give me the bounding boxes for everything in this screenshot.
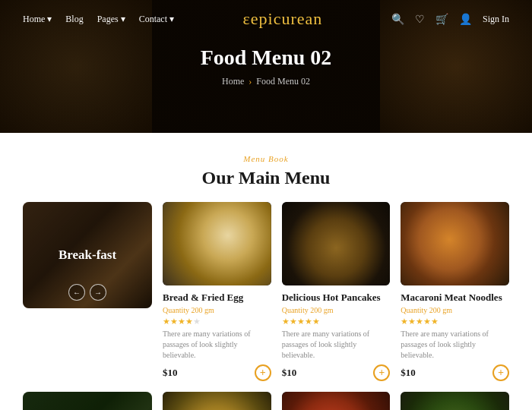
wishlist-icon[interactable]: ♡ bbox=[415, 13, 425, 26]
star-0-0-2: ★ bbox=[178, 317, 185, 326]
food-price-row-0-2: $10 + bbox=[401, 364, 509, 381]
food-stars-0-1: ★★★★★ bbox=[282, 317, 391, 326]
food-desc-0-0: There are many variations of passages of… bbox=[163, 329, 271, 361]
food-img-0-0 bbox=[163, 202, 271, 285]
food-card-1-2: Hot Grilled Vegetables Quantity 200 gm ★… bbox=[401, 392, 509, 410]
hero-title: Food Menu 02 bbox=[201, 46, 332, 70]
food-price-0-2: $10 bbox=[401, 367, 416, 379]
category-card-0: Break-fast ← → bbox=[23, 202, 152, 308]
food-price-0-0: $10 bbox=[163, 367, 178, 379]
section-title: Our Main Menu bbox=[0, 168, 532, 188]
nav-right: 🔍 ♡ 🛒 👤 Sign In bbox=[391, 13, 509, 26]
breadcrumb-current: Food Menu 02 bbox=[256, 76, 310, 87]
cart-icon[interactable]: 🛒 bbox=[435, 13, 448, 26]
star-0-0-3: ★ bbox=[185, 317, 193, 326]
star-0-1-0: ★ bbox=[282, 317, 290, 326]
star-0-0-4: ★ bbox=[193, 317, 201, 326]
add-button-0-1[interactable]: + bbox=[373, 364, 390, 381]
breadcrumb: Home › Food Menu 02 bbox=[201, 76, 332, 87]
star-0-0-0: ★ bbox=[163, 317, 170, 326]
star-0-1-2: ★ bbox=[297, 317, 305, 326]
nav-pages[interactable]: Pages ▾ bbox=[97, 14, 125, 25]
nav-blog[interactable]: Blog bbox=[65, 14, 83, 25]
add-button-0-0[interactable]: + bbox=[255, 364, 271, 381]
star-0-2-4: ★ bbox=[431, 317, 439, 326]
food-img-inner-0-2 bbox=[401, 202, 509, 285]
menu-section: Break-fast ← → Bread & Fried Egg Quantit… bbox=[0, 202, 532, 410]
food-img-inner-0-1 bbox=[282, 202, 391, 285]
category-overlay-1 bbox=[23, 392, 152, 410]
next-arrow-0[interactable]: → bbox=[90, 284, 106, 301]
food-stars-0-2: ★★★★★ bbox=[401, 317, 509, 326]
star-0-0-1: ★ bbox=[170, 317, 178, 326]
food-price-row-0-0: $10 + bbox=[163, 364, 271, 381]
food-price-0-1: $10 bbox=[282, 367, 297, 379]
menu-row-0: Break-fast ← → Bread & Fried Egg Quantit… bbox=[23, 202, 509, 381]
food-img-inner-1-1 bbox=[282, 392, 391, 410]
food-qty-0-2: Quantity 200 gm bbox=[401, 306, 509, 314]
food-img-1-2 bbox=[401, 392, 509, 410]
food-name-0-2: Macaroni Meat Noodles bbox=[401, 292, 509, 304]
food-img-0-1 bbox=[282, 202, 391, 285]
star-0-1-1: ★ bbox=[290, 317, 297, 326]
star-0-2-3: ★ bbox=[423, 317, 431, 326]
nav-home[interactable]: Home ▾ bbox=[23, 14, 52, 25]
add-button-0-2[interactable]: + bbox=[492, 364, 509, 381]
food-card-0-2: Macaroni Meat Noodles Quantity 200 gm ★★… bbox=[401, 202, 509, 381]
star-0-2-2: ★ bbox=[416, 317, 423, 326]
category-card-1: Lunch ← → bbox=[23, 392, 152, 410]
site-logo[interactable]: εepicurean bbox=[243, 9, 323, 29]
food-img-0-2 bbox=[401, 202, 509, 285]
navbar: Home ▾ Blog Pages ▾ Contact ▾ εepicurean… bbox=[0, 0, 532, 38]
menu-row-1: Lunch ← → Gravy Meat Rice Bowl Quantity … bbox=[23, 392, 509, 410]
category-name-0: Break-fast bbox=[59, 248, 116, 263]
food-img-1-0 bbox=[163, 392, 271, 410]
food-qty-0-1: Quantity 200 gm bbox=[282, 306, 391, 314]
star-0-2-0: ★ bbox=[401, 317, 408, 326]
star-0-2-1: ★ bbox=[408, 317, 416, 326]
breadcrumb-sep: › bbox=[249, 76, 252, 87]
star-0-1-3: ★ bbox=[305, 317, 312, 326]
search-icon[interactable]: 🔍 bbox=[391, 13, 404, 26]
logo-epsilon: ε bbox=[243, 9, 251, 28]
prev-arrow-0[interactable]: ← bbox=[68, 284, 85, 301]
hero-content: Food Menu 02 Home › Food Menu 02 bbox=[201, 46, 332, 87]
food-card-1-0: Gravy Meat Rice Bowl Quantity 200 gm ★★★… bbox=[163, 392, 271, 410]
food-card-0-0: Bread & Fried Egg Quantity 200 gm ★★★★★ … bbox=[163, 202, 271, 381]
food-name-0-1: Delicious Hot Pancakes bbox=[282, 292, 391, 304]
nav-links: Home ▾ Blog Pages ▾ Contact ▾ bbox=[23, 14, 174, 25]
food-desc-0-2: There are many variations of passages of… bbox=[401, 329, 509, 361]
food-card-1-1: Chicken Thai Soup Quantity 200 gm ★★★★★ … bbox=[282, 392, 391, 410]
user-icon[interactable]: 👤 bbox=[459, 13, 472, 26]
category-arrows-0: ← → bbox=[68, 284, 106, 301]
star-0-1-4: ★ bbox=[312, 317, 320, 326]
food-img-inner-1-2 bbox=[401, 392, 509, 410]
sign-in-label[interactable]: Sign In bbox=[483, 14, 509, 25]
food-img-inner-1-0 bbox=[163, 392, 271, 410]
food-stars-0-0: ★★★★★ bbox=[163, 317, 271, 326]
food-img-inner-0-0 bbox=[163, 202, 271, 285]
section-tag: Menu Book bbox=[0, 154, 532, 163]
food-qty-0-0: Quantity 200 gm bbox=[163, 306, 271, 314]
food-desc-0-1: There are many variations of passages of… bbox=[282, 329, 391, 361]
food-img-1-1 bbox=[282, 392, 391, 410]
food-name-0-0: Bread & Fried Egg bbox=[163, 292, 271, 304]
section-header: Menu Book Our Main Menu bbox=[0, 133, 532, 202]
food-card-0-1: Delicious Hot Pancakes Quantity 200 gm ★… bbox=[282, 202, 391, 381]
nav-contact[interactable]: Contact ▾ bbox=[139, 14, 174, 25]
breadcrumb-home[interactable]: Home bbox=[222, 76, 244, 87]
food-price-row-0-1: $10 + bbox=[282, 364, 391, 381]
